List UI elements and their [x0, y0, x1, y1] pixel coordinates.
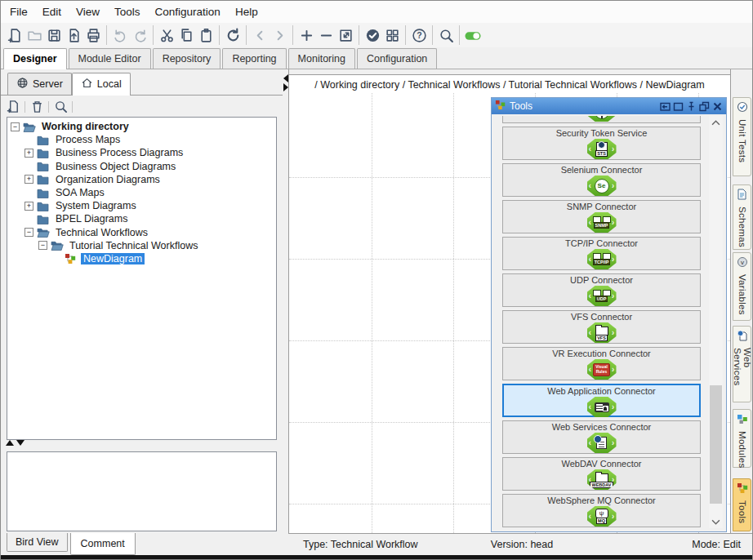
tree-item-system-diagrams[interactable]: +System Diagrams [7, 199, 276, 212]
tool-item-web-application-connector[interactable]: Web Application Connector‹› [502, 384, 701, 417]
tab-designer[interactable]: Designer [3, 48, 67, 69]
tools-panel-header[interactable]: Tools [492, 98, 726, 114]
tree-item-bpel-diagrams[interactable]: BPEL Diagrams [7, 212, 276, 225]
back-button[interactable] [250, 25, 270, 45]
tab-label: Tools [737, 500, 747, 523]
paste-button[interactable] [196, 25, 216, 45]
menu-item-help[interactable]: Help [228, 2, 265, 21]
vertical-splitter[interactable] [283, 69, 288, 555]
tab-comment[interactable]: Comment [70, 533, 136, 555]
tree-item-soa-maps[interactable]: SOA Maps [7, 186, 276, 199]
fit-to-window-button[interactable] [336, 25, 355, 45]
scrollbar-thumb[interactable] [710, 385, 722, 504]
separator [48, 101, 49, 113]
validate-button[interactable] [363, 25, 382, 45]
tree-item-organization-diagrams[interactable]: +Organization Diagrams [7, 173, 276, 186]
tree-item-process-maps[interactable]: Process Maps [7, 133, 276, 146]
delete-button[interactable] [28, 99, 46, 115]
search-button[interactable] [51, 99, 69, 115]
tree-item-technical-workflows[interactable]: −Technical Workflows [7, 226, 276, 239]
collapse-box-icon[interactable]: − [38, 241, 47, 250]
tab-reporting[interactable]: Reporting [222, 48, 286, 69]
expand-box-icon[interactable]: + [25, 175, 33, 184]
tab-modules[interactable]: Modules [733, 409, 751, 468]
tool-item-label: VR Execution Connector [552, 349, 650, 359]
breadcrumb: / Working directory / Technical Workflow… [289, 74, 730, 95]
collapse-up-icon[interactable] [6, 440, 14, 446]
tool-item-webdav-connector[interactable]: WebDAV Connector‹WEBDAV› [502, 457, 701, 491]
partial-tool-item[interactable]: ‹› [502, 116, 701, 123]
refresh-button[interactable] [223, 25, 243, 45]
tool-item-tcp-ip-connector[interactable]: TCP/IP Connector‹TCP/IP› [502, 237, 701, 270]
tool-item-security-token-service[interactable]: Security Token Service‹STS› [502, 127, 701, 160]
new-file-button[interactable] [5, 25, 25, 45]
close-icon[interactable] [711, 100, 723, 112]
scroll-down-icon[interactable] [709, 515, 723, 528]
dock-icon[interactable] [659, 100, 671, 112]
expand-box-icon[interactable]: + [25, 149, 33, 158]
collapse-box-icon[interactable]: − [11, 122, 20, 131]
scroll-up-icon[interactable] [709, 116, 723, 129]
expand-box-icon[interactable]: + [25, 202, 33, 211]
tool-item-vr-execution-connector[interactable]: VR Execution Connector‹VisualRules› [502, 347, 701, 380]
tab-local[interactable]: Local [72, 73, 131, 96]
collapse-down-icon[interactable] [16, 440, 25, 446]
tab-configuration[interactable]: Configuration [357, 48, 437, 69]
print-button[interactable] [83, 25, 103, 45]
tools-scrollbar[interactable] [709, 116, 723, 528]
tab-unit-tests[interactable]: Unit Tests [733, 97, 751, 176]
tab-variables[interactable]: vVariables [733, 252, 751, 321]
tool-item-snmp-connector[interactable]: SNMP Connector‹SNMP› [502, 200, 701, 233]
open-folder-button[interactable] [25, 25, 44, 45]
search-button[interactable] [436, 25, 456, 45]
tab-module-editor[interactable]: Module Editor [69, 48, 151, 69]
redo-button[interactable] [130, 25, 149, 45]
tree-item-business-object-diagrams[interactable]: Business Object Diagrams [7, 160, 276, 173]
tree-item-working-directory[interactable]: −Working directory [7, 120, 276, 133]
copy-button[interactable] [176, 25, 196, 45]
collapse-left-icon[interactable] [283, 74, 288, 82]
tool-item-udp-connector[interactable]: UDP Connector‹UDP› [502, 273, 701, 307]
tool-item-web-services-connector[interactable]: Web Services Connector‹› [502, 420, 701, 454]
tree-item-newdiagram[interactable]: NewDiagram [7, 252, 276, 265]
help-button[interactable]: ? [409, 25, 429, 45]
new-file-button[interactable] [4, 99, 22, 115]
tool-item-selenium-connector[interactable]: Selenium Connector‹Se› [502, 163, 701, 197]
menu-item-tools[interactable]: Tools [107, 2, 148, 21]
websphere-mq-connector-icon: ‹ψMQ› [587, 506, 617, 527]
tool-item-label: SNMP Connector [567, 202, 636, 212]
save-button[interactable] [44, 25, 64, 45]
float-icon[interactable] [698, 100, 710, 112]
tool-item-websphere-mq-connector[interactable]: WebSphere MQ Connector‹ψMQ› [502, 494, 701, 527]
tree-item-label: Business Object Diagrams [53, 161, 178, 172]
zoom-in-button[interactable] [296, 25, 316, 45]
tree-item-tutorial-technical-workflows[interactable]: −Tutorial Technical Workflows [7, 239, 276, 252]
tool-item-vfs-connector[interactable]: VFS Connector‹VFS› [502, 310, 701, 344]
menu-item-view[interactable]: View [69, 2, 107, 21]
expand-right-icon[interactable] [283, 83, 288, 91]
tab-repository[interactable]: Repository [153, 48, 221, 69]
import-file-button[interactable] [64, 25, 83, 45]
tree-item-label: Technical Workflows [53, 227, 150, 238]
tab-tools[interactable]: Tools [733, 478, 751, 531]
tree-item-business-process-diagrams[interactable]: +Business Process Diagrams [7, 146, 276, 159]
pin-icon[interactable] [685, 100, 697, 112]
tools-panel-window-buttons [657, 100, 723, 112]
tab-server[interactable]: Server [7, 73, 72, 95]
menu-item-file[interactable]: File [2, 2, 35, 21]
cut-button[interactable] [157, 25, 176, 45]
menu-item-edit[interactable]: Edit [35, 2, 69, 21]
menu-item-configuration[interactable]: Configuration [148, 2, 228, 21]
forward-button[interactable] [270, 25, 289, 45]
grid-layout-button[interactable] [382, 25, 402, 45]
toggle-on-button[interactable] [463, 25, 483, 45]
grid-line [372, 93, 372, 533]
tab-web-services[interactable]: Web Services [733, 326, 751, 402]
tab-schemas[interactable]: Schemas [733, 184, 751, 250]
collapse-box-icon[interactable]: − [25, 228, 33, 237]
tab-monitoring[interactable]: Monitoring [288, 48, 355, 69]
tab-bird-view[interactable]: Bird View [7, 533, 68, 552]
zoom-out-button[interactable] [316, 25, 336, 45]
undo-button[interactable] [110, 25, 130, 45]
maximize-icon[interactable] [672, 100, 684, 112]
